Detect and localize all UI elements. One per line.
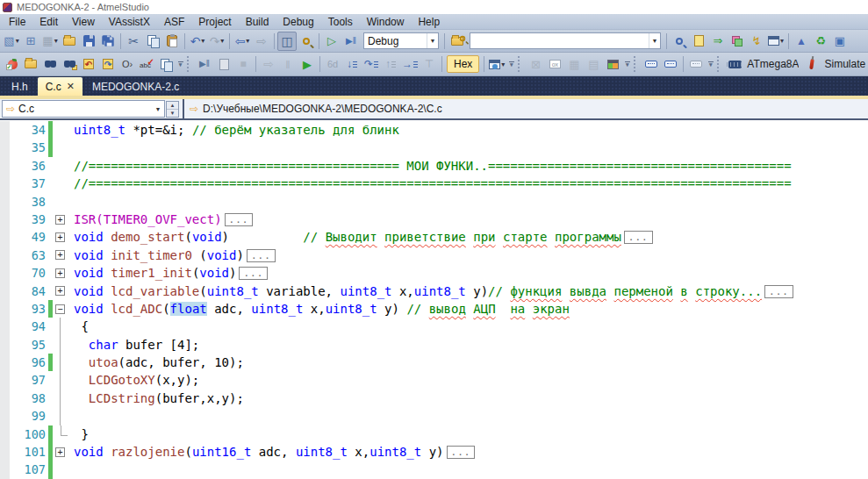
jump-button[interactable]: ⊤: [420, 54, 439, 74]
va-goto-back-button[interactable]: ↶: [79, 54, 98, 74]
collapsed-region-box[interactable]: ...: [239, 267, 268, 280]
watch-table-button[interactable]: ▦: [564, 54, 584, 74]
search-combo[interactable]: ▼: [470, 32, 661, 49]
command-window-button[interactable]: ▾: [766, 32, 786, 51]
menu-item-edit[interactable]: Edit: [32, 14, 65, 30]
device-chip-icon[interactable]: [725, 54, 744, 74]
code-text[interactable]: char bufer [4];: [68, 336, 199, 354]
toolbar-overflow-icon[interactable]: ▾: [176, 55, 185, 73]
io-view-button[interactable]: [603, 54, 622, 74]
toolbar-grip[interactable]: [187, 56, 191, 72]
va-find-symbol-button[interactable]: [40, 54, 60, 74]
close-icon[interactable]: ✕: [67, 82, 75, 91]
undo-button[interactable]: ↶▾: [188, 32, 207, 51]
navigate-forward-button[interactable]: ⇨: [252, 32, 271, 51]
quickwatch-button[interactable]: ⊠: [526, 54, 545, 74]
toolbar-grip[interactable]: [634, 56, 638, 72]
va-spellcheck-button[interactable]: abc✓: [137, 54, 156, 74]
tab-c-c[interactable]: C.c✕: [38, 77, 82, 96]
code-text[interactable]: ISR(TIMER0_OVF_vect)...: [68, 211, 253, 228]
continue-button[interactable]: ▶‖: [195, 54, 214, 74]
code-text[interactable]: void lcd_variable(uint8_t variable, uint…: [68, 282, 793, 300]
fold-expand-icon[interactable]: +: [55, 447, 65, 457]
watch-button[interactable]: 6d: [323, 54, 342, 74]
code-text[interactable]: [68, 407, 74, 425]
debug-configuration-combo[interactable]: Debug▼: [363, 32, 439, 49]
breakpoints-button[interactable]: [642, 54, 661, 74]
chevron-down-icon[interactable]: ▾: [201, 37, 204, 45]
collapsed-region-box[interactable]: ...: [447, 446, 476, 459]
collapsed-region-box[interactable]: ...: [247, 249, 276, 262]
hex-toggle[interactable]: Hex: [447, 55, 479, 73]
menu-item-tools[interactable]: Tools: [321, 14, 360, 30]
code-text[interactable]: [68, 139, 74, 156]
code-text[interactable]: void timer1_init(void)...: [68, 264, 268, 282]
menu-item-debug[interactable]: Debug: [276, 14, 320, 30]
code-text[interactable]: void lcd_ADC(float adc, uint8_t x,uint8_…: [68, 300, 570, 318]
code-text[interactable]: utoa(adc, bufer, 10);: [68, 354, 244, 371]
fold-expand-icon[interactable]: +: [55, 268, 65, 278]
menu-item-help[interactable]: Help: [411, 14, 447, 30]
toolbar-overflow-icon[interactable]: ▾: [706, 55, 715, 73]
step-out-button[interactable]: ↑: [381, 54, 400, 74]
paste-button[interactable]: [162, 32, 182, 51]
clipped-edge-button[interactable]: ▣: [830, 32, 850, 51]
goto-definition-button[interactable]: ⇒: [708, 32, 728, 51]
save-button[interactable]: [79, 32, 98, 51]
simulator-tool-icon[interactable]: [802, 54, 821, 74]
navigate-backward-button[interactable]: ⇦▾: [233, 32, 252, 51]
memory-window-button[interactable]: ▤: [584, 54, 603, 74]
code-text[interactable]: void init_timer0 (void)...: [68, 247, 276, 264]
register-view-button[interactable]: ox: [545, 54, 564, 74]
code-text[interactable]: void razlojenie(uint16_t adc, uint8_t x,…: [68, 443, 475, 461]
code-text[interactable]: void demo_start(void) // Выводит приветс…: [68, 228, 653, 246]
code-text[interactable]: LCDGotoXY(x,y);: [68, 371, 199, 389]
run-to-cursor-button[interactable]: →: [400, 54, 420, 74]
copy-button[interactable]: [143, 32, 162, 51]
memory-view-button[interactable]: ▾: [487, 54, 506, 74]
tab-medogonka-2-c[interactable]: MEDOGONKA-2.c: [84, 78, 187, 96]
fold-collapse-icon[interactable]: −: [55, 304, 65, 314]
redo-button[interactable]: ↷▾: [207, 32, 226, 51]
menu-item-vassistx[interactable]: VAssistX: [102, 14, 157, 30]
kbd-disabled-button[interactable]: [686, 54, 706, 74]
start-debug-break-button[interactable]: ▶‖: [341, 32, 361, 51]
chevron-down-icon[interactable]: ▾: [246, 37, 249, 45]
code-text[interactable]: {: [68, 318, 89, 335]
open-file-button[interactable]: [60, 32, 79, 51]
quick-find-button[interactable]: [297, 32, 316, 51]
run-to-button[interactable]: [214, 54, 233, 74]
start-debugging-button[interactable]: ▶: [298, 54, 317, 74]
chevron-down-icon[interactable]: ▼: [427, 33, 438, 48]
collapsed-region-box[interactable]: ...: [764, 285, 793, 298]
breadcrumb[interactable]: ⇨ D:\Учебные\MEDOGONKA-2\MEDOGONKA-2\C.c: [184, 103, 442, 115]
tab-h-h[interactable]: H.h: [4, 78, 36, 96]
tracepoints-button[interactable]: [661, 54, 680, 74]
chevron-down-icon[interactable]: ▼: [152, 106, 164, 112]
show-next-statement-button[interactable]: ⇨: [259, 54, 278, 74]
toolbar-grip[interactable]: [717, 56, 721, 72]
pause-button[interactable]: ‖: [278, 54, 298, 74]
cut-button[interactable]: ✂: [124, 32, 143, 51]
window-layout-button[interactable]: ◫: [277, 32, 297, 51]
va-snippet-button[interactable]: O›: [118, 54, 137, 74]
code-text[interactable]: [68, 461, 74, 478]
code-text[interactable]: //======================================…: [68, 157, 792, 175]
code-editor[interactable]: 34uint8_t *pt=&i; // берём указатель для…: [0, 121, 868, 479]
va-find-references-button[interactable]: [60, 54, 79, 74]
chevron-down-icon[interactable]: ▾: [54, 37, 58, 45]
code-text[interactable]: //======================================…: [68, 175, 792, 192]
template-button[interactable]: ▦▾: [40, 32, 60, 51]
menu-item-window[interactable]: Window: [360, 14, 412, 30]
toolbar-overflow-icon[interactable]: ▾: [622, 55, 632, 73]
code-text[interactable]: }: [68, 425, 89, 443]
vassistx-menu-button[interactable]: ✓: [2, 54, 21, 74]
refresh-button[interactable]: ♻: [811, 32, 830, 51]
toolbar-grip[interactable]: [518, 56, 522, 72]
chevron-down-icon[interactable]: ▾: [16, 37, 19, 45]
new-project-button[interactable]: ▧▾: [2, 32, 21, 51]
menu-item-view[interactable]: View: [65, 14, 102, 30]
chevron-down-icon[interactable]: ▼: [649, 33, 660, 48]
code-text[interactable]: [68, 193, 74, 211]
stop-button[interactable]: ■: [233, 54, 253, 74]
